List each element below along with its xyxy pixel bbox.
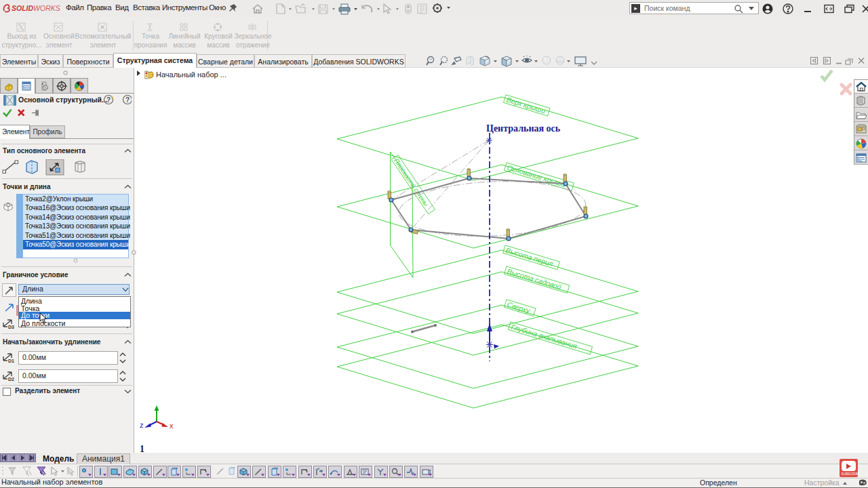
svg-text:?: ? — [125, 96, 130, 104]
svg-text:Сверху: Сверху — [506, 300, 531, 315]
svg-text:1: 1 — [140, 444, 144, 453]
svg-text:D2: D2 — [8, 377, 14, 382]
svg-text:x: x — [170, 422, 174, 430]
svg-text:Плоскость стены: Плоскость стены — [393, 157, 430, 207]
svg-text:D1: D1 — [8, 359, 14, 363]
svg-text:Центральная ось: Центральная ось — [486, 123, 561, 134]
svg-text:Основание крыши: Основание крыши — [506, 163, 566, 189]
svg-text:z: z — [140, 421, 144, 429]
svg-text:D3: D3 — [8, 325, 14, 329]
svg-text:?: ? — [106, 96, 111, 104]
svg-text:SOLIDWORKS: SOLIDWORKS — [12, 4, 60, 12]
svg-text:Глубина вкапывания: Глубина вкапывания — [510, 323, 578, 350]
svg-text:Высота садовой: Высота садовой — [506, 267, 562, 291]
svg-text:Высота перил: Высота перил — [505, 246, 554, 268]
